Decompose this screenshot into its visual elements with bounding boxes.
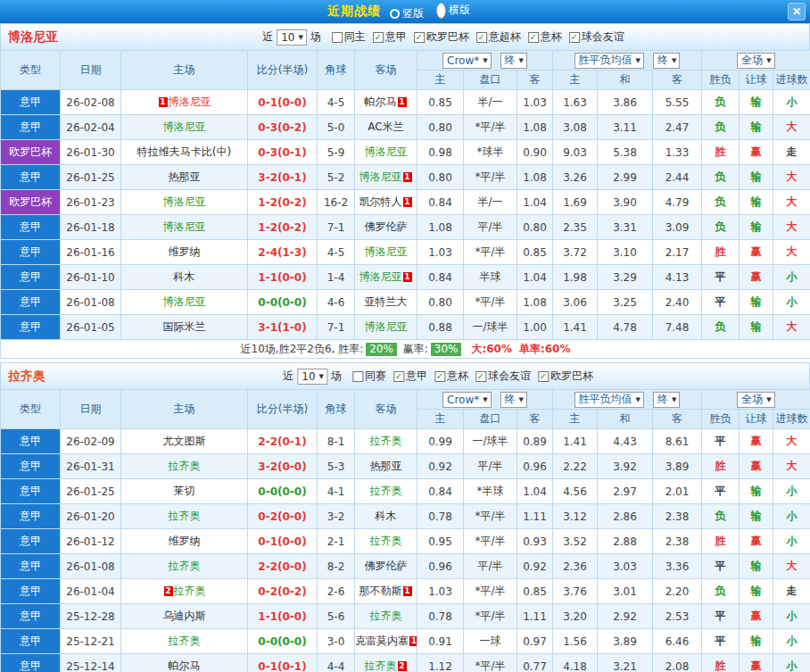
scope-select[interactable]: 全场▼ [737, 53, 774, 69]
sub-header: 让球 [740, 410, 773, 429]
filter-checkbox-5[interactable]: ✓球会友谊 [569, 29, 624, 45]
home-odds-cell: 0.80 [417, 115, 464, 140]
league-cell: 意甲 [1, 579, 61, 604]
home-odds-cell: 0.80 [417, 290, 464, 315]
layout-radio-1[interactable]: 横版 [436, 3, 470, 19]
score-cell: 2-4(1-3) [248, 240, 318, 265]
scope-select[interactable]: 全场▼ [737, 392, 774, 408]
home-odds-cell: 0.78 [417, 604, 464, 629]
away-odds-cell: 0.96 [517, 454, 553, 479]
handicap-result-cell: 输 [740, 579, 773, 604]
team-name-text: 凯尔特人 [360, 195, 402, 208]
away-win-odds-cell: 3.36 [653, 554, 702, 579]
wdl-result-cell: 平 [702, 629, 740, 654]
wdl-terminal-select[interactable]: 终▼ [653, 392, 680, 408]
match-count-select[interactable]: 10▼ [277, 29, 307, 46]
away-odds-cell: 1.04 [517, 190, 553, 215]
table-row: 意甲26-01-31拉齐奥3-2(0-0)5-3热那亚0.92平/半0.962.… [1, 454, 810, 479]
league-cell: 意甲 [1, 165, 61, 190]
goals-result-cell: 小 [773, 604, 810, 629]
handicap-cell: *平/半 [464, 654, 517, 672]
odds-company-select[interactable]: Crow*▼ [442, 53, 492, 69]
handicap-result-cell: 赢 [740, 429, 773, 454]
home-odds-cell: 0.96 [417, 554, 464, 579]
goals-result-cell: 小 [773, 504, 810, 529]
home-team-cell: 拉齐奥 [121, 629, 248, 654]
filter-checkbox-1[interactable]: ✓意甲 [373, 29, 407, 45]
red-card-badge: 1 [403, 586, 412, 596]
filter-checkbox-2[interactable]: ✓欧罗巴杯 [414, 29, 469, 45]
filter-checkbox-0[interactable]: 同赛 [352, 369, 386, 384]
layout-radio-0[interactable]: 竖版 [390, 6, 424, 21]
table-row: 意甲26-01-12维罗纳0-1(0-0)2-1拉齐奥0.95*平/半0.933… [1, 529, 810, 554]
filter-checkbox-3[interactable]: ✓球会友谊 [475, 369, 531, 384]
home-odds-cell: 0.91 [417, 629, 464, 654]
goals-result-cell: 小 [773, 529, 810, 554]
goals-result-cell: 小 [773, 629, 810, 654]
corner-cell: 4-6 [318, 290, 355, 315]
checkbox-label: 欧罗巴杯 [550, 369, 593, 384]
goals-result-cell: 大 [773, 454, 810, 479]
league-cell: 意甲 [1, 604, 61, 629]
filter-checkbox-4[interactable]: ✓欧罗巴杯 [538, 369, 593, 384]
wdl-result-cell: 负 [702, 115, 740, 140]
filter-checkbox-1[interactable]: ✓意甲 [393, 369, 427, 384]
sub-header: 让球 [740, 71, 773, 90]
odds-terminal-select[interactable]: 终▼ [500, 392, 527, 408]
wdl-average-select-value: 胜平负均值 [579, 392, 632, 407]
draw-odds-cell: 5.38 [598, 140, 653, 165]
chevron-down-icon: ▼ [298, 34, 302, 41]
handicap-result-cell: 赢 [740, 140, 773, 165]
home-win-odds-cell: 3.20 [553, 604, 598, 629]
handicap-result-cell: 输 [740, 215, 773, 240]
draw-odds-cell: 3.10 [598, 240, 653, 265]
team-name-text: 拉齐奥 [174, 585, 206, 597]
col-header: 角球 [318, 390, 355, 429]
home-win-odds-cell: 1.41 [553, 429, 598, 454]
chevron-down-icon: ▼ [483, 57, 487, 64]
table-row: 意甲26-01-10科木1-1(0-0)1-4博洛尼亚10.84半球1.041.… [1, 265, 810, 290]
filter-checkbox-3[interactable]: ✓意超杯 [476, 29, 521, 45]
corner-cell: 2-6 [318, 579, 355, 604]
league-cell: 意甲 [1, 290, 61, 315]
team-name-text: 科木 [376, 510, 397, 522]
home-odds-cell: 0.98 [417, 140, 464, 165]
away-win-odds-cell: 2.53 [653, 604, 702, 629]
wdl-result-cell: 负 [702, 165, 740, 190]
recent-results-panel: 近期战绩 竖版横版 ✕ 博洛尼亚近10▼场同主✓意甲✓欧罗巴杯✓意超杯✓意杯✓球… [0, 0, 810, 672]
filter-checkbox-4[interactable]: ✓意杯 [528, 29, 562, 45]
home-team-cell: 博洛尼亚 [121, 190, 248, 215]
handicap-result-cell: 赢 [740, 604, 773, 629]
wdl-average-select[interactable]: 胜平负均值▼ [574, 53, 644, 69]
table-row: 意甲25-12-28乌迪内斯1-1(0-0)5-6拉齐奥0.78*平/半1.11… [1, 604, 810, 629]
draw-odds-cell: 3.21 [598, 654, 653, 672]
filter-checkbox-2[interactable]: ✓意杯 [434, 369, 468, 384]
away-odds-cell: 0.93 [517, 529, 553, 554]
col-header: 客场 [355, 390, 417, 429]
checkbox-checked-icon: ✓ [475, 371, 486, 382]
close-button[interactable]: ✕ [788, 3, 806, 21]
filter-checkbox-0[interactable]: 同主 [332, 29, 366, 45]
team-name-text: 博洛尼亚 [163, 295, 206, 308]
corner-cell: 4-4 [318, 654, 355, 672]
sub-header: 主 [417, 410, 464, 429]
chevron-down-icon: ▼ [636, 396, 641, 403]
table-row: 意甲26-02-081博洛尼亚0-1(0-0)4-5帕尔马10.85半/一1.0… [1, 90, 810, 115]
score-cell: 0-0(0-0) [248, 479, 318, 504]
draw-odds-cell: 3.25 [598, 290, 653, 315]
col-header: 类型 [1, 51, 61, 90]
odds-terminal-select[interactable]: 终▼ [500, 53, 527, 69]
table-row: 意甲26-01-18博洛尼亚1-2(0-2)7-1佛罗伦萨1.08平/半0.80… [1, 215, 810, 240]
handicap-result-cell: 输 [740, 479, 773, 504]
wdl-average-select[interactable]: 胜平负均值▼ [574, 392, 644, 408]
wdl-result-cell: 平 [702, 290, 740, 315]
away-odds-cell: 1.03 [517, 90, 553, 115]
away-team-cell: 博洛尼亚1 [355, 165, 417, 190]
odds-company-select[interactable]: Crow*▼ [442, 392, 492, 408]
wdl-terminal-select[interactable]: 终▼ [653, 53, 680, 69]
goals-result-cell: 小 [773, 265, 810, 290]
home-win-odds-cell: 3.76 [553, 579, 598, 604]
match-count-select[interactable]: 10▼ [297, 369, 327, 385]
team-name-text: 热那亚 [370, 460, 402, 472]
away-team-cell: 拉齐奥 [355, 429, 417, 454]
